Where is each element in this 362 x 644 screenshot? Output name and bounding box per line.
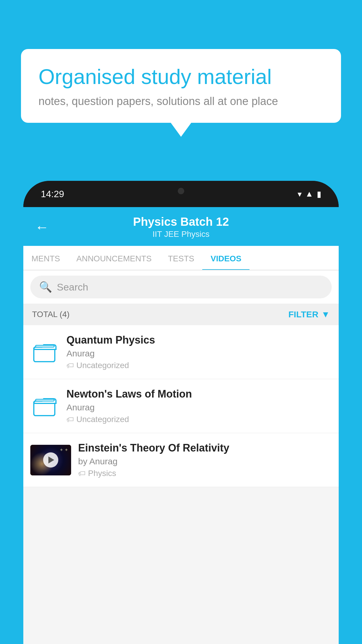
back-button[interactable]: ← [35, 219, 49, 235]
tab-videos[interactable]: VIDEOS [202, 246, 249, 270]
tab-tests[interactable]: TESTS [160, 246, 202, 270]
video-author: by Anurag [78, 456, 332, 466]
tag-icon: 🏷 [66, 361, 74, 370]
play-triangle-icon [48, 456, 54, 463]
video-title: Quantum Physics [66, 334, 332, 346]
phone-notch [155, 181, 207, 198]
signal-icon: ▲ [305, 189, 313, 199]
app-screen: ← Physics Batch 12 IIT JEE Physics MENTS… [23, 207, 339, 644]
filter-icon: ▼ [321, 309, 330, 319]
video-info: Quantum Physics Anurag 🏷 Uncategorized [66, 334, 332, 370]
svg-rect-2 [36, 345, 54, 347]
wifi-icon: ▾ [298, 189, 302, 199]
batch-title: Physics Batch 12 [58, 215, 304, 228]
battery-icon: ▮ [317, 189, 321, 199]
search-input[interactable]: Search [57, 281, 88, 293]
filter-bar: TOTAL (4) FILTER ▼ [23, 304, 339, 325]
folder-icon [30, 337, 59, 367]
total-count: TOTAL (4) [32, 310, 70, 319]
video-author: Anurag [66, 349, 332, 358]
play-button[interactable] [43, 452, 58, 468]
video-author: Anurag [66, 402, 332, 412]
video-list: Quantum Physics Anurag 🏷 Uncategorized [23, 325, 339, 487]
video-tag: 🏷 Physics [78, 469, 332, 478]
speech-bubble: Organised study material notes, question… [21, 49, 341, 123]
app-header: ← Physics Batch 12 IIT JEE Physics [23, 207, 339, 246]
phone-frame: 14:29 ▾ ▲ ▮ ← Physics Batch 12 IIT JEE P… [23, 181, 339, 644]
search-icon: 🔍 [39, 281, 52, 293]
tab-announcements[interactable]: ANNOUNCEMENTS [68, 246, 160, 270]
tag-icon: 🏷 [66, 415, 74, 424]
video-info: Newton's Laws of Motion Anurag 🏷 Uncateg… [66, 388, 332, 424]
batch-subtitle: IIT JEE Physics [58, 230, 304, 239]
filter-label: FILTER [289, 309, 319, 319]
svg-rect-5 [36, 399, 54, 401]
search-bar[interactable]: 🔍 Search [30, 276, 332, 298]
header-center: Physics Batch 12 IIT JEE Physics [58, 215, 304, 239]
speech-bubble-title: Organised study material [38, 64, 324, 89]
video-title: Einstein's Theory Of Relativity [78, 442, 332, 454]
video-tag: 🏷 Uncategorized [66, 415, 332, 424]
list-item[interactable]: Newton's Laws of Motion Anurag 🏷 Uncateg… [23, 379, 339, 433]
list-item[interactable]: Quantum Physics Anurag 🏷 Uncategorized [23, 325, 339, 379]
phone-camera [178, 188, 184, 194]
tabs-bar: MENTS ANNOUNCEMENTS TESTS VIDEOS [23, 246, 339, 270]
speech-bubble-subtitle: notes, question papers, solutions all at… [38, 95, 324, 108]
status-icons: ▾ ▲ ▮ [298, 189, 321, 199]
video-info: Einstein's Theory Of Relativity by Anura… [78, 442, 332, 478]
tag-icon: 🏷 [78, 469, 86, 478]
video-tag: 🏷 Uncategorized [66, 361, 332, 370]
video-thumbnail: ✦ ✦ [30, 445, 71, 475]
stars-decoration: ✦ ✦ [59, 447, 68, 453]
list-item[interactable]: ✦ ✦ Einstein's Theory Of Relativity by A… [23, 433, 339, 487]
tab-ments[interactable]: MENTS [23, 246, 68, 270]
filter-button[interactable]: FILTER ▼ [289, 309, 330, 319]
status-bar: 14:29 ▾ ▲ ▮ [23, 181, 339, 207]
search-bar-container: 🔍 Search [23, 270, 339, 304]
video-title: Newton's Laws of Motion [66, 388, 332, 400]
phone-time: 14:29 [41, 189, 64, 200]
folder-icon [30, 391, 59, 421]
